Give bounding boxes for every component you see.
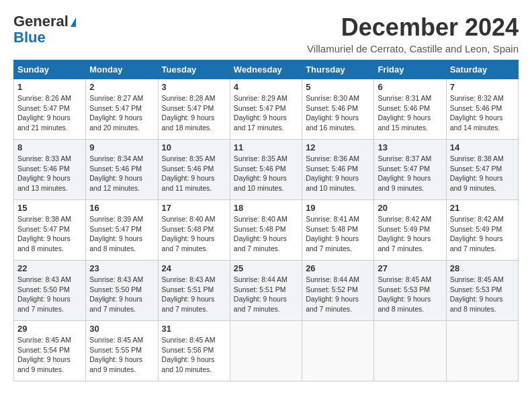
logo-blue-text: Blue [13,30,46,46]
page-header: General Blue December 2024 Villamuriel d… [13,13,519,54]
day-number: 5 [306,82,370,92]
day-number: 28 [450,263,515,273]
calendar-body: 1Sunrise: 8:26 AM Sunset: 5:47 PM Daylig… [14,79,519,381]
day-detail: Sunrise: 8:35 AM Sunset: 5:46 PM Dayligh… [234,154,298,193]
day-number: 6 [378,82,442,92]
calendar-week-row: 1Sunrise: 8:26 AM Sunset: 5:47 PM Daylig… [14,79,519,140]
calendar-cell: 6Sunrise: 8:31 AM Sunset: 5:46 PM Daylig… [374,79,446,140]
header-day-thursday: Thursday [302,60,374,79]
logo-triangle-icon [71,17,76,27]
header-day-tuesday: Tuesday [158,60,230,79]
calendar-cell: 24Sunrise: 8:43 AM Sunset: 5:51 PM Dayli… [158,261,230,321]
calendar-cell [374,321,446,381]
calendar-cell: 11Sunrise: 8:35 AM Sunset: 5:46 PM Dayli… [230,140,302,200]
calendar-cell: 30Sunrise: 8:45 AM Sunset: 5:55 PM Dayli… [86,321,158,381]
calendar-cell: 16Sunrise: 8:39 AM Sunset: 5:47 PM Dayli… [86,200,158,261]
day-detail: Sunrise: 8:38 AM Sunset: 5:47 PM Dayligh… [17,214,82,254]
logo: General Blue [13,13,76,46]
title-block: December 2024 Villamuriel de Cerrato, Ca… [307,13,519,54]
day-detail: Sunrise: 8:45 AM Sunset: 5:54 PM Dayligh… [17,335,82,375]
day-number: 24 [162,263,226,273]
day-number: 11 [234,142,298,152]
logo-text: General [13,13,76,30]
calendar-cell: 27Sunrise: 8:45 AM Sunset: 5:53 PM Dayli… [374,261,446,321]
calendar-cell: 2Sunrise: 8:27 AM Sunset: 5:47 PM Daylig… [86,79,158,140]
day-detail: Sunrise: 8:27 AM Sunset: 5:47 PM Dayligh… [89,93,154,133]
day-number: 10 [162,142,226,152]
calendar-week-row: 22Sunrise: 8:43 AM Sunset: 5:50 PM Dayli… [14,261,519,321]
day-number: 27 [378,263,442,273]
header-day-wednesday: Wednesday [230,60,302,79]
calendar-cell: 9Sunrise: 8:34 AM Sunset: 5:46 PM Daylig… [86,140,158,200]
day-number: 14 [450,142,515,152]
day-number: 18 [234,203,298,213]
day-number: 25 [234,263,298,273]
calendar-cell: 7Sunrise: 8:32 AM Sunset: 5:46 PM Daylig… [446,79,518,140]
day-number: 13 [378,142,442,152]
calendar-cell: 8Sunrise: 8:33 AM Sunset: 5:46 PM Daylig… [14,140,86,200]
calendar-cell: 15Sunrise: 8:38 AM Sunset: 5:47 PM Dayli… [14,200,86,261]
day-detail: Sunrise: 8:31 AM Sunset: 5:46 PM Dayligh… [378,93,442,133]
logo-blue-label: Blue [13,29,46,46]
calendar-cell: 20Sunrise: 8:42 AM Sunset: 5:49 PM Dayli… [374,200,446,261]
header-row: SundayMondayTuesdayWednesdayThursdayFrid… [14,60,519,79]
calendar-cell: 3Sunrise: 8:28 AM Sunset: 5:47 PM Daylig… [158,79,230,140]
calendar-cell: 31Sunrise: 8:45 AM Sunset: 5:56 PM Dayli… [158,321,230,381]
day-number: 3 [162,82,226,92]
calendar-cell: 18Sunrise: 8:40 AM Sunset: 5:48 PM Dayli… [230,200,302,261]
day-detail: Sunrise: 8:40 AM Sunset: 5:48 PM Dayligh… [162,214,226,254]
day-detail: Sunrise: 8:40 AM Sunset: 5:48 PM Dayligh… [234,214,298,254]
day-number: 19 [306,203,370,213]
calendar-cell [302,321,374,381]
calendar-cell: 5Sunrise: 8:30 AM Sunset: 5:46 PM Daylig… [302,79,374,140]
logo-general: General [13,13,69,30]
day-detail: Sunrise: 8:30 AM Sunset: 5:46 PM Dayligh… [306,93,370,133]
day-number: 17 [162,203,226,213]
location-subtitle: Villamuriel de Cerrato, Castille and Leo… [307,43,519,54]
day-number: 9 [89,142,154,152]
calendar-cell: 13Sunrise: 8:37 AM Sunset: 5:47 PM Dayli… [374,140,446,200]
calendar-cell: 26Sunrise: 8:44 AM Sunset: 5:52 PM Dayli… [302,261,374,321]
header-day-sunday: Sunday [14,60,86,79]
calendar-cell [446,321,518,381]
day-detail: Sunrise: 8:43 AM Sunset: 5:50 PM Dayligh… [17,275,82,314]
day-detail: Sunrise: 8:39 AM Sunset: 5:47 PM Dayligh… [89,214,154,254]
day-detail: Sunrise: 8:45 AM Sunset: 5:56 PM Dayligh… [162,335,226,375]
day-number: 31 [162,324,226,334]
calendar-cell: 19Sunrise: 8:41 AM Sunset: 5:48 PM Dayli… [302,200,374,261]
calendar-cell: 23Sunrise: 8:43 AM Sunset: 5:50 PM Dayli… [86,261,158,321]
day-detail: Sunrise: 8:33 AM Sunset: 5:46 PM Dayligh… [17,154,82,193]
day-detail: Sunrise: 8:37 AM Sunset: 5:47 PM Dayligh… [378,154,442,193]
calendar-cell: 10Sunrise: 8:35 AM Sunset: 5:46 PM Dayli… [158,140,230,200]
calendar-week-row: 29Sunrise: 8:45 AM Sunset: 5:54 PM Dayli… [14,321,519,381]
calendar-cell: 4Sunrise: 8:29 AM Sunset: 5:47 PM Daylig… [230,79,302,140]
day-detail: Sunrise: 8:41 AM Sunset: 5:48 PM Dayligh… [306,214,370,254]
calendar-week-row: 15Sunrise: 8:38 AM Sunset: 5:47 PM Dayli… [14,200,519,261]
day-number: 2 [89,82,154,92]
day-detail: Sunrise: 8:42 AM Sunset: 5:49 PM Dayligh… [378,214,442,254]
day-number: 21 [450,203,515,213]
day-detail: Sunrise: 8:28 AM Sunset: 5:47 PM Dayligh… [162,93,226,133]
day-number: 8 [17,142,82,152]
day-detail: Sunrise: 8:43 AM Sunset: 5:50 PM Dayligh… [89,275,154,314]
calendar-cell: 21Sunrise: 8:42 AM Sunset: 5:49 PM Dayli… [446,200,518,261]
header-day-saturday: Saturday [446,60,518,79]
day-number: 16 [89,203,154,213]
calendar-cell: 29Sunrise: 8:45 AM Sunset: 5:54 PM Dayli… [14,321,86,381]
day-detail: Sunrise: 8:26 AM Sunset: 5:47 PM Dayligh… [17,93,82,133]
day-number: 15 [17,203,82,213]
calendar-week-row: 8Sunrise: 8:33 AM Sunset: 5:46 PM Daylig… [14,140,519,200]
calendar-cell [230,321,302,381]
day-number: 30 [89,324,154,334]
calendar-cell: 14Sunrise: 8:38 AM Sunset: 5:47 PM Dayli… [446,140,518,200]
calendar-cell: 12Sunrise: 8:36 AM Sunset: 5:46 PM Dayli… [302,140,374,200]
day-detail: Sunrise: 8:29 AM Sunset: 5:47 PM Dayligh… [234,93,298,133]
day-detail: Sunrise: 8:38 AM Sunset: 5:47 PM Dayligh… [450,154,515,193]
calendar-cell: 17Sunrise: 8:40 AM Sunset: 5:48 PM Dayli… [158,200,230,261]
calendar-cell: 25Sunrise: 8:44 AM Sunset: 5:51 PM Dayli… [230,261,302,321]
day-detail: Sunrise: 8:34 AM Sunset: 5:46 PM Dayligh… [89,154,154,193]
day-detail: Sunrise: 8:36 AM Sunset: 5:46 PM Dayligh… [306,154,370,193]
calendar-header: SundayMondayTuesdayWednesdayThursdayFrid… [14,60,519,79]
day-detail: Sunrise: 8:32 AM Sunset: 5:46 PM Dayligh… [450,93,515,133]
day-number: 22 [17,263,82,273]
